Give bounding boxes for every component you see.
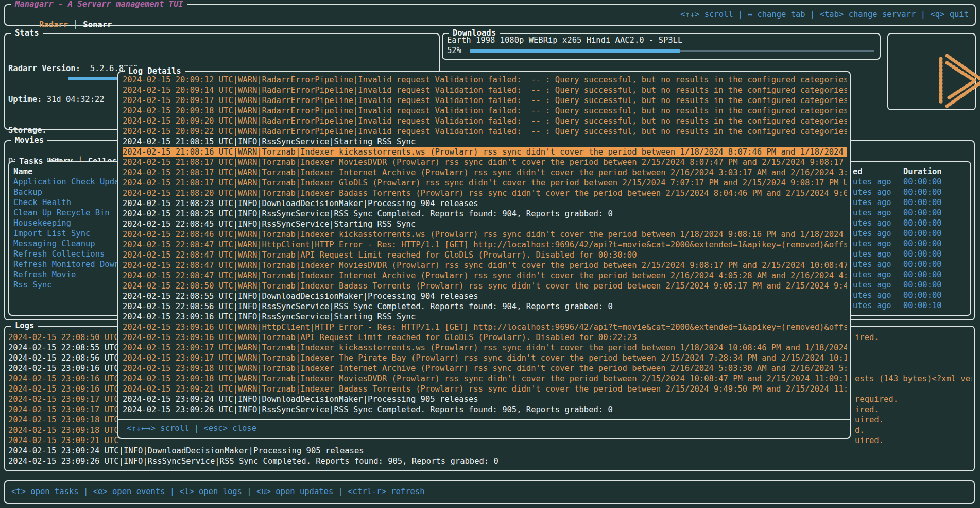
task-duration-value: 00:00:00: [903, 290, 942, 300]
task-values-row: utes ago00:00:00: [853, 197, 966, 208]
log-line[interactable]: 2024-02-15 20:09:20 UTC|WARN|RadarrError…: [123, 116, 847, 126]
app-title: Managarr - A Servarr management TUI: [11, 0, 187, 9]
task-values-row: utes ago00:00:00: [853, 280, 966, 290]
log-line[interactable]: 2024-02-15 21:08:20 UTC|WARN|Torznab|Ind…: [123, 188, 847, 198]
log-row-clipped-fragment: ired.: [855, 332, 879, 343]
log-line[interactable]: 2024-02-15 23:09:17 UTC|WARN|Torznab|Ind…: [123, 343, 847, 353]
task-queued-value: utes ago: [853, 239, 891, 248]
log-row[interactable]: 2024-02-15 23:09:24 UTC|INFO|DownloadDec…: [8, 446, 972, 456]
managarr-play-logo-icon: [901, 39, 980, 125]
log-row-clipped-fragment: d.: [855, 425, 865, 435]
task-duration-value: 00:00:00: [903, 269, 942, 280]
log-line[interactable]: 2024-02-15 23:09:16 UTC|INFO|RssSyncServ…: [123, 312, 847, 322]
task-values-row: utes ago00:00:00: [853, 208, 966, 218]
log-row-timestamp: 2024-02-15 23:09:21 UTC: [8, 436, 119, 445]
task-duration-value: 00:00:00: [903, 280, 942, 290]
task-queued-value: utes ago: [853, 280, 891, 290]
log-line[interactable]: 2024-02-15 23:09:16 UTC|WARN|Torznab|API…: [123, 332, 847, 343]
task-duration-value: 00:00:10: [903, 300, 942, 311]
log-row-clipped-fragment: required.: [855, 394, 898, 404]
task-values-row: utes ago00:00:00: [853, 249, 966, 259]
task-duration-value: 00:00:00: [903, 239, 942, 249]
task-queued-value: utes ago: [853, 301, 891, 310]
tab-radarr[interactable]: Radarr: [39, 20, 68, 29]
logs-title: Logs: [11, 320, 38, 331]
task-values-row: utes ago00:00:00: [853, 177, 966, 187]
log-row-timestamp: 2024-02-15 22:08:50 UTC: [8, 333, 119, 342]
log-line[interactable]: 2024-02-15 22:08:45 UTC|INFO|RssSyncServ…: [123, 219, 847, 229]
log-line[interactable]: 2024-02-15 20:09:18 UTC|WARN|RadarrError…: [123, 106, 847, 116]
tasks-title: Tasks: [15, 156, 47, 166]
task-queued-value: utes ago: [853, 188, 891, 197]
task-values-row: utes ago00:00:00: [853, 290, 966, 300]
log-line[interactable]: 2024-02-15 22:08:46 UTC|WARN|Torznab|Ind…: [123, 229, 847, 240]
log-line[interactable]: 2024-02-15 22:08:47 UTC|WARN|HttpClient|…: [123, 240, 847, 250]
task-duration-value: 00:00:00: [903, 187, 942, 197]
log-line[interactable]: 2024-02-15 22:08:56 UTC|INFO|RssSyncServ…: [123, 301, 847, 312]
log-line[interactable]: 2024-02-15 21:08:17 UTC|WARN|Torznab|Ind…: [123, 178, 847, 188]
task-queued-value: utes ago: [853, 177, 891, 187]
log-line[interactable]: 2024-02-15 23:09:17 UTC|WARN|Torznab|Ind…: [123, 353, 847, 363]
header-keybindings: <↑↓> scroll | ↔ change tab | <tab> chang…: [680, 9, 969, 20]
log-line[interactable]: 2024-02-15 21:08:25 UTC|INFO|RssSyncServ…: [123, 209, 847, 219]
task-values-list: utes ago00:00:00utes ago00:00:00utes ago…: [853, 177, 966, 311]
task-duration-value: 00:00:00: [903, 177, 942, 187]
log-line[interactable]: 2024-02-15 20:09:14 UTC|WARN|RadarrError…: [123, 85, 847, 95]
log-line[interactable]: 2024-02-15 22:08:55 UTC|INFO|DownloadDec…: [123, 291, 847, 301]
managarr-app-screen: Managarr - A Servarr management TUI Rada…: [0, 0, 980, 508]
log-row-timestamp: 2024-02-15 23:09:16 UTC: [8, 364, 119, 373]
log-row-timestamp: 2024-02-15 23:09:16 UTC: [8, 374, 119, 383]
task-values-row: utes ago00:00:00: [853, 259, 966, 269]
downloads-panel: Downloads Earth 1998 1080p WEBRip x265 H…: [442, 33, 881, 60]
log-line[interactable]: 2024-02-15 20:09:17 UTC|WARN|RadarrError…: [123, 95, 847, 106]
bottom-bar: <t> open tasks | <e> open events | <l> o…: [4, 480, 975, 504]
task-queued-value: utes ago: [853, 249, 891, 259]
download-progress-bar: [470, 49, 680, 53]
task-queued-value: utes ago: [853, 198, 891, 207]
log-line[interactable]: 2024-02-15 22:08:47 UTC|WARN|Torznab|Ind…: [123, 260, 847, 270]
log-line[interactable]: 2024-02-15 23:09:18 UTC|WARN|Torznab|Ind…: [123, 363, 847, 374]
log-line[interactable]: 2024-02-15 23:09:26 UTC|INFO|RssSyncServ…: [123, 404, 847, 415]
log-line[interactable]: 2024-02-15 22:08:50 UTC|WARN|Torznab|Ind…: [123, 281, 847, 291]
task-queued-value: utes ago: [853, 260, 891, 269]
log-row-timestamp: 2024-02-15 23:09:16 UTC: [8, 384, 119, 394]
log-line-selected[interactable]: 2024-02-15 21:08:16 UTC|WARN|Torznab|Ind…: [123, 147, 847, 157]
task-values-row: utes ago00:00:00: [853, 269, 966, 280]
log-row-timestamp: 2024-02-15 23:09:18 UTC: [8, 426, 119, 435]
log-line[interactable]: 2024-02-15 23:09:16 UTC|WARN|HttpClient|…: [123, 322, 847, 332]
log-details-modal[interactable]: Log Details 2024-02-15 20:09:12 UTC|WARN…: [117, 71, 851, 439]
log-line[interactable]: 2024-02-15 22:08:47 UTC|WARN|Torznab|Ind…: [123, 270, 847, 281]
log-line[interactable]: 2024-02-15 21:08:23 UTC|INFO|DownloadDec…: [123, 198, 847, 209]
log-line[interactable]: 2024-02-15 20:09:22 UTC|WARN|RadarrError…: [123, 126, 847, 137]
log-row-timestamp: 2024-02-15 23:09:17 UTC: [8, 395, 119, 404]
task-values-row: utes ago00:00:00: [853, 218, 966, 228]
tab-sonarr[interactable]: Sonarr: [83, 20, 112, 29]
task-duration-value: 00:00:00: [903, 197, 942, 208]
log-line[interactable]: 2024-02-15 23:09:24 UTC|INFO|DownloadDec…: [123, 394, 847, 404]
tasks-duration-header: Duration: [903, 166, 942, 177]
task-queued-value: utes ago: [853, 270, 891, 279]
header-panel: Managarr - A Servarr management TUI Rada…: [4, 4, 976, 26]
task-duration-value: 00:00:00: [903, 249, 942, 259]
log-line[interactable]: 2024-02-15 22:08:47 UTC|WARN|Torznab|API…: [123, 250, 847, 260]
log-row-timestamp: 2024-02-15 22:08:55 UTC: [8, 343, 119, 352]
log-details-list[interactable]: 2024-02-15 20:09:12 UTC|WARN|RadarrError…: [123, 75, 847, 415]
log-line[interactable]: 2024-02-15 21:08:15 UTC|INFO|RssSyncServ…: [123, 137, 847, 147]
task-values-row: utes ago00:00:00: [853, 228, 966, 239]
logo-panel: [887, 33, 976, 110]
task-queued-value: utes ago: [853, 218, 891, 228]
log-row-clipped-fragment: uired.: [855, 435, 884, 446]
log-line[interactable]: 2024-02-15 21:08:17 UTC|WARN|Torznab|Ind…: [123, 157, 847, 167]
download-percent: 52%: [447, 45, 461, 56]
log-row[interactable]: 2024-02-15 23:09:26 UTC|INFO|RssSyncServ…: [8, 456, 972, 466]
log-row-clipped-fragment: uired.: [855, 415, 884, 425]
log-line[interactable]: 2024-02-15 23:09:21 UTC|WARN|Torznab|Ind…: [123, 384, 847, 394]
stats-title: Stats: [11, 28, 43, 38]
log-line[interactable]: 2024-02-15 21:08:17 UTC|WARN|Torznab|Ind…: [123, 167, 847, 178]
movies-title: Movies: [11, 135, 47, 145]
tasks-queued-header-fragment: ed: [853, 166, 863, 177]
log-line[interactable]: 2024-02-15 20:09:12 UTC|WARN|RadarrError…: [123, 75, 847, 85]
modal-footer-divider: [117, 419, 851, 420]
log-line[interactable]: 2024-02-15 23:09:18 UTC|WARN|Torznab|Ind…: [123, 374, 847, 384]
task-values-row: utes ago00:00:00: [853, 239, 966, 249]
